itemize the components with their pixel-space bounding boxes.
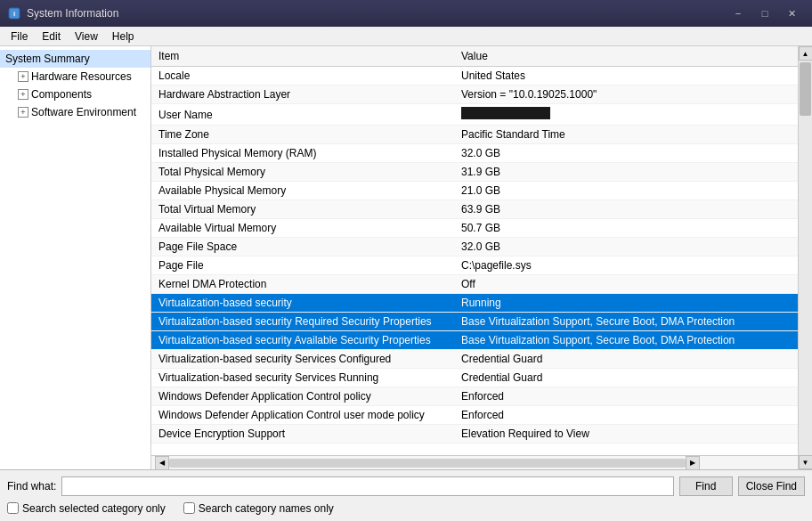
table-row[interactable]: Total Physical Memory31.9 GB <box>151 163 798 182</box>
table-row[interactable]: Available Virtual Memory50.7 GB <box>151 219 798 238</box>
cell-value: 50.7 GB <box>454 219 798 238</box>
close-button[interactable]: ✕ <box>778 4 805 22</box>
cell-item: User Name <box>151 104 454 126</box>
table-row[interactable]: Hardware Abstraction LayerVersion = "10.… <box>151 85 798 104</box>
expand-icon-components: + <box>18 89 28 100</box>
v-scroll-down[interactable]: ▼ <box>799 455 813 469</box>
h-scroll-thumb[interactable] <box>169 459 686 468</box>
table-row[interactable]: Virtualization-based security Available … <box>151 331 798 350</box>
cell-item: Available Physical Memory <box>151 182 454 200</box>
table-row[interactable]: Virtualization-based security Required S… <box>151 313 798 331</box>
cell-value: 63.9 GB <box>454 200 798 219</box>
h-scroll-left[interactable]: ◀ <box>155 456 169 470</box>
table-row[interactable]: User Name <box>151 104 798 126</box>
cell-value: Elevation Required to View <box>454 425 798 444</box>
components-label: Components <box>31 88 92 101</box>
cell-item: Hardware Abstraction Layer <box>151 85 454 104</box>
cell-item: Installed Physical Memory (RAM) <box>151 144 454 163</box>
search-selected-category-checkbox[interactable]: Search selected category only <box>7 502 166 515</box>
sidebar-item-hardware-resources[interactable]: + Hardware Resources <box>0 68 150 85</box>
menu-help[interactable]: Help <box>105 28 142 45</box>
v-scroll-thumb <box>800 62 811 116</box>
app-title: System Information <box>27 7 725 20</box>
cell-value: Enforced <box>454 406 798 425</box>
title-bar: i System Information − □ ✕ <box>0 0 812 27</box>
cell-value: Pacific Standard Time <box>454 126 798 144</box>
table-container[interactable]: Item Value LocaleUnited StatesHardware A… <box>151 46 798 455</box>
find-button[interactable]: Find <box>679 476 733 496</box>
cell-value: Base Virtualization Support, Secure Boot… <box>454 331 798 350</box>
redacted-username <box>461 107 550 119</box>
cell-item: Time Zone <box>151 126 454 144</box>
find-label: Find what: <box>7 480 56 493</box>
cell-item: Virtualization-based security Services C… <box>151 350 454 369</box>
table-row[interactable]: Time ZonePacific Standard Time <box>151 126 798 144</box>
cell-value: Enforced <box>454 387 798 406</box>
cell-item: Virtualization-based security Required S… <box>151 313 454 331</box>
vertical-scrollbar[interactable]: ▲ ▼ <box>798 46 812 469</box>
table-row[interactable]: Total Virtual Memory63.9 GB <box>151 200 798 219</box>
cell-item: Virtualization-based security <box>151 294 454 313</box>
table-row[interactable]: Windows Defender Application Control use… <box>151 406 798 425</box>
table-row[interactable]: Installed Physical Memory (RAM)32.0 GB <box>151 144 798 163</box>
menu-view[interactable]: View <box>68 28 105 45</box>
table-row[interactable]: Virtualization-based security Services R… <box>151 369 798 387</box>
table-row[interactable]: Page FileC:\pagefile.sys <box>151 256 798 275</box>
system-summary-label: System Summary <box>5 53 90 65</box>
cell-item: Locale <box>151 67 454 85</box>
expand-icon-software: + <box>18 107 28 118</box>
cell-value: 21.0 GB <box>454 182 798 200</box>
table-row[interactable]: Device Encryption SupportElevation Requi… <box>151 425 798 444</box>
cell-item: Windows Defender Application Control pol… <box>151 387 454 406</box>
cell-value: C:\pagefile.sys <box>454 256 798 275</box>
close-find-button[interactable]: Close Find <box>738 476 805 496</box>
sidebar-item-components[interactable]: + Components <box>0 85 150 103</box>
find-input[interactable] <box>61 476 673 496</box>
col-item: Item <box>151 46 454 67</box>
sidebar-item-system-summary[interactable]: System Summary <box>0 50 150 68</box>
cell-item: Page File Space <box>151 238 454 256</box>
cell-value <box>454 104 798 126</box>
cell-value: 31.9 GB <box>454 163 798 182</box>
sidebar-item-software-environment[interactable]: + Software Environment <box>0 103 150 121</box>
cell-value: Credential Guard <box>454 350 798 369</box>
restore-button[interactable]: □ <box>751 4 778 22</box>
cell-value: Version = "10.0.19025.1000" <box>454 85 798 104</box>
cell-item: Available Virtual Memory <box>151 219 454 238</box>
minimize-button[interactable]: − <box>725 4 751 22</box>
cell-item: Virtualization-based security Services R… <box>151 369 454 387</box>
h-scroll-right[interactable]: ▶ <box>686 456 700 470</box>
hardware-resources-label: Hardware Resources <box>31 70 132 83</box>
cell-item: Total Virtual Memory <box>151 200 454 219</box>
v-scroll-up[interactable]: ▲ <box>799 46 813 61</box>
cell-value: Base Virtualization Support, Secure Boot… <box>454 313 798 331</box>
table-row[interactable]: Virtualization-based security Services C… <box>151 350 798 369</box>
cell-item: Total Physical Memory <box>151 163 454 182</box>
table-row[interactable]: Kernel DMA ProtectionOff <box>151 275 798 294</box>
cell-value: 32.0 GB <box>454 144 798 163</box>
menu-bar: File Edit View Help <box>0 27 812 46</box>
table-row[interactable]: Available Physical Memory21.0 GB <box>151 182 798 200</box>
cell-item: Kernel DMA Protection <box>151 275 454 294</box>
cell-value: 32.0 GB <box>454 238 798 256</box>
search-category-names-checkbox[interactable]: Search category names only <box>183 502 334 515</box>
cell-value: Credential Guard <box>454 369 798 387</box>
software-environment-label: Software Environment <box>31 106 136 118</box>
cell-item: Virtualization-based security Available … <box>151 331 454 350</box>
data-table: Item Value LocaleUnited StatesHardware A… <box>151 46 798 444</box>
tree-panel: System Summary + Hardware Resources + Co… <box>0 46 151 469</box>
table-row[interactable]: Page File Space32.0 GB <box>151 238 798 256</box>
horizontal-scrollbar[interactable]: ◀ ▶ <box>151 455 798 469</box>
cell-item: Windows Defender Application Control use… <box>151 406 454 425</box>
cell-value: Off <box>454 275 798 294</box>
cell-item: Device Encryption Support <box>151 425 454 444</box>
expand-icon: + <box>18 71 28 82</box>
cell-item: Page File <box>151 256 454 275</box>
table-row[interactable]: LocaleUnited States <box>151 67 798 85</box>
menu-edit[interactable]: Edit <box>35 28 68 45</box>
find-bar: Find what: Find Close Find Search select… <box>0 469 812 521</box>
table-row[interactable]: Virtualization-based securityRunning <box>151 294 798 313</box>
table-row[interactable]: Windows Defender Application Control pol… <box>151 387 798 406</box>
menu-file[interactable]: File <box>4 28 35 45</box>
v-scroll-track[interactable] <box>799 61 812 455</box>
